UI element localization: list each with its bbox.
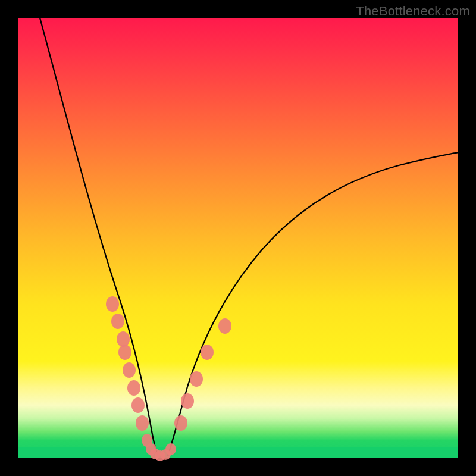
svg-point-4 (123, 362, 136, 378)
svg-point-16 (190, 371, 203, 387)
svg-point-15 (181, 393, 194, 409)
svg-point-3 (118, 345, 131, 360)
dots-trough (142, 434, 176, 461)
svg-point-1 (111, 314, 124, 329)
curves-svg (18, 18, 458, 458)
dots-right-branch (174, 318, 231, 431)
svg-point-7 (136, 415, 149, 431)
svg-point-18 (218, 318, 231, 334)
left-curve (40, 18, 158, 456)
watermark-text: TheBottleneck.com (356, 4, 470, 19)
svg-point-2 (117, 331, 130, 347)
right-curve (168, 152, 458, 456)
svg-point-0 (106, 296, 119, 312)
chart-canvas: TheBottleneck.com (0, 0, 476, 476)
svg-point-6 (131, 397, 145, 413)
svg-point-13 (165, 443, 176, 455)
svg-point-14 (174, 415, 187, 431)
plot-area (18, 18, 458, 458)
svg-point-17 (201, 345, 214, 360)
svg-point-5 (127, 380, 140, 396)
dots-left-branch (106, 296, 149, 431)
